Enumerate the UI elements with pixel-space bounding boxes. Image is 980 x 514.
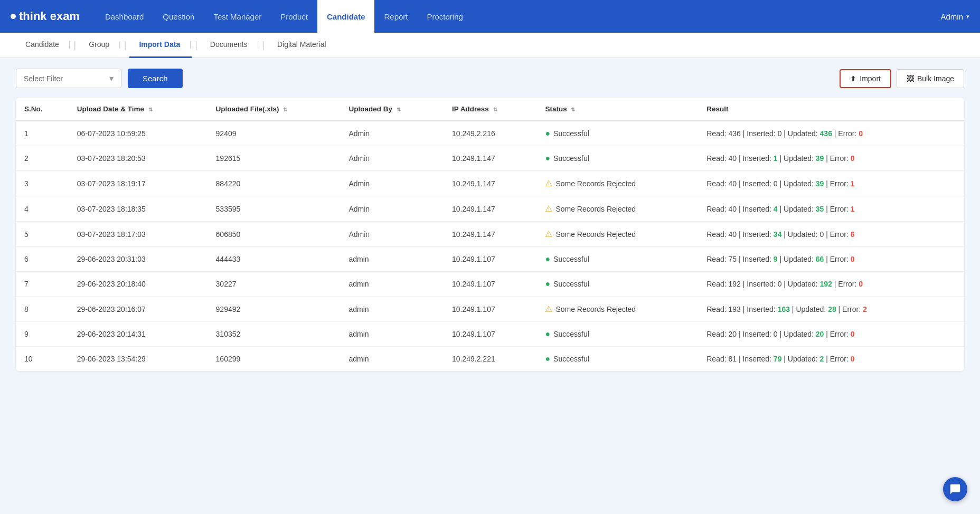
sub-nav-import-data[interactable]: Import Data (129, 33, 192, 58)
col-upload-date[interactable]: Upload Date & Time ⇅ (69, 98, 208, 121)
nav-report[interactable]: Report (374, 0, 417, 33)
status-icon: ● (545, 254, 550, 264)
cell-status: ⚠ Some Records Rejected (545, 178, 690, 188)
bulk-image-label: Bulk Image (917, 74, 954, 83)
cell-uploaded-file: 310352 (216, 330, 241, 338)
col-result: Result (698, 98, 964, 121)
result-value: 0 (851, 330, 855, 338)
cell-ip-address: 10.249.1.107 (452, 255, 495, 263)
result-value: 0 (851, 154, 855, 163)
table-row: 1029-06-2023 13:54:29160299admin10.249.2… (16, 347, 964, 372)
table-row: 106-07-2023 10:59:2592409Admin10.249.2.2… (16, 121, 964, 146)
cell-upload-date: 03-07-2023 18:19:17 (77, 179, 146, 188)
result-value: 0 (851, 255, 855, 263)
cell-upload-date: 29-06-2023 13:54:29 (77, 355, 146, 363)
result-value: 66 (816, 255, 824, 263)
table-row: 629-06-2023 20:31:03444433admin10.249.1.… (16, 247, 964, 272)
cell-uploaded-by: admin (348, 255, 369, 263)
cell-sno: 5 (24, 230, 29, 239)
result-value: 0 (778, 129, 782, 138)
nav-candidate[interactable]: Candidate (317, 0, 375, 33)
cell-upload-date: 03-07-2023 18:20:53 (77, 154, 146, 163)
status-icon: ⚠ (545, 178, 552, 188)
brand-name: think exam (19, 9, 80, 23)
cell-ip-address: 10.249.1.147 (452, 230, 495, 239)
status-icon: ● (545, 329, 550, 339)
cell-result: Read: 40 | Inserted: 1 | Updated: 39 | E… (706, 154, 854, 163)
cell-uploaded-by: admin (348, 280, 369, 288)
result-value: 39 (816, 154, 824, 163)
nav-product[interactable]: Product (271, 0, 317, 33)
sort-uploaded-file-icon: ⇅ (283, 107, 287, 112)
nav-question[interactable]: Question (153, 0, 204, 33)
cell-ip-address: 10.249.1.147 (452, 179, 495, 188)
cell-result: Read: 40 | Inserted: 0 | Updated: 39 | E… (706, 179, 854, 188)
col-uploaded-file[interactable]: Uploaded File(.xls) ⇅ (208, 98, 341, 121)
col-ip-address[interactable]: IP Address ⇅ (444, 98, 536, 121)
table-row: 203-07-2023 18:20:53192615Admin10.249.1.… (16, 146, 964, 171)
cell-uploaded-by: Admin (348, 205, 370, 213)
col-sno: S.No. (16, 98, 69, 121)
cell-sno: 1 (24, 129, 29, 138)
result-value: 436 (820, 129, 832, 138)
cell-uploaded-file: 606850 (216, 230, 241, 239)
table-row: 929-06-2023 20:14:31310352admin10.249.1.… (16, 322, 964, 347)
cell-status: ⚠ Some Records Rejected (545, 204, 690, 214)
cell-uploaded-by: Admin (348, 129, 370, 138)
status-label: Some Records Rejected (555, 305, 636, 313)
cell-sno: 4 (24, 205, 29, 213)
import-label: Import (860, 74, 881, 83)
cell-result: Read: 20 | Inserted: 0 | Updated: 20 | E… (706, 330, 854, 338)
sub-navbar: Candidate | Group | Import Data | Docume… (0, 33, 980, 58)
sub-nav-sep-1: | (70, 33, 79, 58)
cell-uploaded-file: 30227 (216, 280, 237, 288)
cell-uploaded-file: 92409 (216, 129, 237, 138)
sub-nav-candidate[interactable]: Candidate (16, 33, 70, 58)
nav-proctoring[interactable]: Proctoring (418, 0, 473, 33)
cell-uploaded-file: 192615 (216, 154, 241, 163)
nav-test-manager[interactable]: Test Manager (204, 0, 271, 33)
cell-uploaded-by: Admin (348, 230, 370, 239)
sub-nav-digital-material[interactable]: Digital Material (268, 33, 336, 58)
result-value: 0 (774, 179, 778, 188)
result-value: 39 (816, 179, 824, 188)
cell-upload-date: 29-06-2023 20:18:40 (77, 280, 146, 288)
result-value: 2 (820, 355, 824, 363)
cell-result: Read: 81 | Inserted: 79 | Updated: 2 | E… (706, 355, 854, 363)
result-value: 9 (774, 255, 778, 263)
table-header-row: S.No. Upload Date & Time ⇅ Uploaded File… (16, 98, 964, 121)
nav-dashboard[interactable]: Dashboard (96, 0, 153, 33)
table-row: 303-07-2023 18:19:17884220Admin10.249.1.… (16, 171, 964, 196)
col-status[interactable]: Status ⇅ (536, 98, 698, 121)
status-icon: ● (545, 154, 550, 163)
status-label: Some Records Rejected (555, 179, 636, 188)
result-value: 1 (851, 179, 855, 188)
import-button[interactable]: ⬆ Import (840, 69, 891, 88)
brand-logo[interactable]: think exam (11, 9, 80, 23)
import-icon: ⬆ (850, 74, 856, 83)
sub-nav-documents[interactable]: Documents (201, 33, 259, 58)
status-label: Successful (553, 330, 589, 338)
cell-sno: 9 (24, 330, 29, 338)
filter-select[interactable]: Select Filter ▾ (16, 69, 121, 88)
sub-nav-group[interactable]: Group (79, 33, 121, 58)
cell-ip-address: 10.249.1.107 (452, 305, 495, 313)
cell-status: ● Successful (545, 129, 690, 138)
status-icon: ● (545, 354, 550, 364)
result-value: 192 (820, 280, 832, 288)
cell-ip-address: 10.249.1.107 (452, 330, 495, 338)
cell-ip-address: 10.249.1.107 (452, 280, 495, 288)
cell-result: Read: 436 | Inserted: 0 | Updated: 436 |… (706, 129, 863, 138)
chevron-down-icon: ▾ (109, 73, 114, 83)
cell-uploaded-file: 533595 (216, 205, 241, 213)
chat-bubble[interactable] (943, 477, 967, 501)
status-icon: ● (545, 129, 550, 138)
col-uploaded-by[interactable]: Uploaded By ⇅ (340, 98, 444, 121)
search-button[interactable]: Search (128, 69, 183, 88)
cell-sno: 6 (24, 255, 29, 263)
bulk-image-button[interactable]: 🖼 Bulk Image (897, 69, 964, 88)
cell-upload-date: 03-07-2023 18:17:03 (77, 230, 146, 239)
result-value: 34 (774, 230, 782, 239)
admin-menu[interactable]: Admin ▾ (940, 12, 969, 21)
admin-chevron-icon: ▾ (966, 13, 969, 20)
